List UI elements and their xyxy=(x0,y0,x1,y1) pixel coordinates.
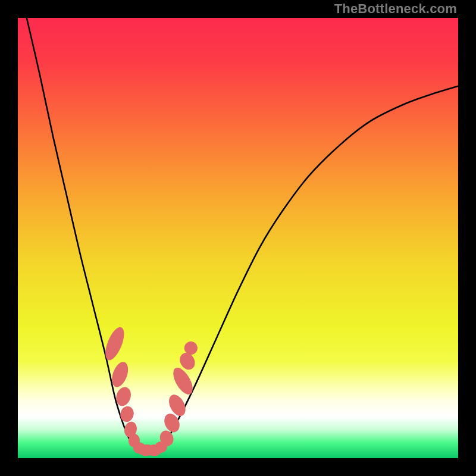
plot-area xyxy=(18,18,458,458)
outer-frame: TheBottleneck.com xyxy=(0,0,476,476)
bottleneck-chart xyxy=(18,18,458,458)
gradient-background xyxy=(18,18,458,458)
watermark-text: TheBottleneck.com xyxy=(334,1,457,17)
